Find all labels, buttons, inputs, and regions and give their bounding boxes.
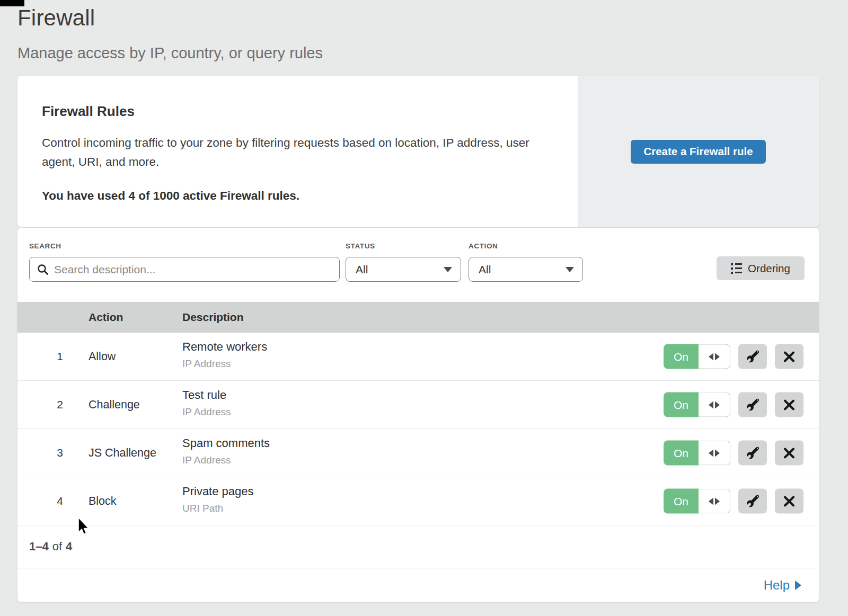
reorder-handle[interactable] — [699, 489, 730, 514]
search-icon — [37, 264, 49, 275]
search-label: SEARCH — [29, 242, 340, 250]
rule-description: Spam comments — [182, 436, 270, 450]
rule-description: Remote workers — [182, 340, 267, 354]
rules-usage-summary: You have used 4 of 1000 active Firewall … — [42, 189, 546, 203]
rule-priority-number: 4 — [47, 495, 73, 507]
table-row: 3 JS Challenge Spam comments IP Address … — [17, 429, 819, 477]
status-label: STATUS — [346, 242, 461, 250]
rule-description-cell: Remote workers IP Address — [182, 340, 267, 370]
ordered-list-icon — [731, 263, 742, 274]
rule-priority-number: 2 — [47, 398, 73, 411]
firewall-rules-info-card: Firewall Rules Control incoming traffic … — [17, 76, 819, 227]
rule-match-type: IP Address — [182, 358, 267, 370]
ordering-button[interactable]: Ordering — [717, 256, 805, 280]
rule-description-cell: Private pages URI Path — [182, 485, 254, 514]
help-arrow-icon — [795, 581, 801, 590]
toggle-on-button[interactable]: On — [664, 392, 699, 417]
info-card-text-panel: Firewall Rules Control incoming traffic … — [17, 76, 578, 227]
wrench-icon — [747, 495, 759, 507]
chevron-down-icon — [566, 267, 574, 272]
rule-toggle: On — [664, 489, 730, 514]
rule-match-type: IP Address — [182, 454, 270, 466]
delete-rule-button[interactable] — [775, 344, 803, 369]
delete-rule-button[interactable] — [775, 392, 803, 417]
rule-priority-number: 1 — [47, 350, 73, 363]
search-box[interactable] — [29, 257, 340, 282]
edit-rule-button[interactable] — [738, 392, 767, 417]
left-arrow-icon — [709, 353, 713, 360]
close-icon — [784, 351, 794, 362]
toggle-on-button[interactable]: On — [664, 344, 699, 369]
table-row: 2 Challenge Test rule IP Address On — [17, 381, 819, 429]
rule-priority-number: 3 — [47, 447, 73, 459]
rule-toggle: On — [664, 344, 730, 369]
help-link[interactable]: Help — [764, 578, 801, 593]
rule-action: Challenge — [89, 398, 140, 412]
table-header: Action Description — [17, 302, 819, 333]
right-arrow-icon — [715, 449, 720, 457]
rule-match-type: IP Address — [182, 406, 231, 418]
search-filter-group: SEARCH — [29, 242, 340, 282]
table-row: 4 Block Private pages URI Path On — [17, 477, 819, 525]
toggle-on-button[interactable]: On — [664, 441, 699, 466]
pagination: 1–4 of 4 — [17, 525, 819, 568]
rule-row-controls: On — [664, 441, 803, 466]
edit-rule-button[interactable] — [738, 344, 767, 369]
pagination-range: 1–4 — [29, 540, 49, 553]
rule-action: JS Challenge — [89, 447, 156, 460]
edit-rule-button[interactable] — [738, 441, 767, 466]
wrench-icon — [747, 447, 759, 459]
delete-rule-button[interactable] — [775, 441, 803, 466]
close-icon — [784, 496, 794, 506]
action-select[interactable]: All — [469, 257, 583, 282]
table-row: 1 Allow Remote workers IP Address On — [17, 333, 819, 381]
reorder-handle[interactable] — [699, 344, 730, 369]
delete-rule-button[interactable] — [775, 489, 803, 514]
rule-row-controls: On — [664, 344, 803, 369]
edit-rule-button[interactable] — [738, 489, 767, 514]
rule-row-controls: On — [664, 392, 803, 417]
reorder-handle[interactable] — [699, 392, 730, 417]
toggle-on-button[interactable]: On — [664, 489, 699, 514]
right-arrow-icon — [715, 353, 720, 360]
close-icon — [784, 399, 794, 410]
right-arrow-icon — [715, 401, 720, 408]
info-card-action-panel: Create a Firewall rule — [578, 76, 819, 227]
rule-action: Block — [89, 495, 117, 508]
left-arrow-icon — [709, 497, 713, 505]
rule-action: Allow — [89, 350, 116, 363]
right-arrow-icon — [715, 497, 720, 505]
rule-toggle: On — [664, 392, 730, 417]
rule-row-controls: On — [664, 489, 803, 514]
rule-description-cell: Test rule IP Address — [182, 388, 231, 418]
info-card-title: Firewall Rules — [42, 103, 546, 120]
search-input[interactable] — [54, 263, 332, 276]
left-arrow-icon — [709, 449, 713, 457]
reorder-handle[interactable] — [699, 441, 730, 466]
rule-description: Test rule — [182, 388, 231, 402]
column-header-action: Action — [89, 302, 123, 333]
firewall-rules-list-card: SEARCH STATUS All ACTION All — [17, 228, 819, 602]
status-filter-group: STATUS All — [346, 242, 461, 282]
status-select[interactable]: All — [346, 257, 461, 282]
pagination-total: 4 — [66, 540, 72, 553]
create-firewall-rule-button[interactable]: Create a Firewall rule — [631, 140, 765, 164]
wrench-icon — [747, 351, 759, 363]
info-card-description: Control incoming traffic to your zone by… — [42, 133, 545, 172]
action-label: ACTION — [469, 242, 583, 250]
status-selected-value: All — [356, 263, 368, 276]
page-header: Firewall Manage access by IP, country, o… — [17, 5, 323, 62]
left-arrow-icon — [709, 401, 713, 408]
action-filter-group: ACTION All — [469, 242, 583, 282]
help-row: Help — [17, 568, 819, 602]
ordering-button-label: Ordering — [748, 262, 790, 275]
rule-match-type: URI Path — [182, 503, 254, 514]
page-subtitle: Manage access by IP, country, or query r… — [17, 44, 323, 62]
rule-toggle: On — [664, 441, 730, 466]
rule-description: Private pages — [182, 485, 254, 498]
wrench-icon — [747, 399, 759, 411]
help-link-label: Help — [764, 578, 790, 593]
pagination-of-label: of — [52, 540, 62, 553]
page-title: Firewall — [17, 5, 323, 31]
column-header-description: Description — [182, 302, 244, 333]
